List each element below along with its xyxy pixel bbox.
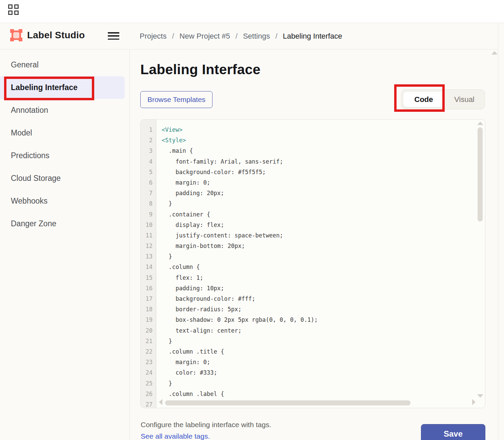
line-number: 15 [141, 273, 156, 283]
code-line: 7 padding: 20px; [141, 188, 485, 198]
brand-icon [10, 29, 22, 41]
line-number: 9 [141, 209, 156, 220]
apps-grid-icon[interactable] [8, 4, 19, 16]
tab-code[interactable]: Code [403, 92, 444, 107]
line-number: 1 [141, 125, 156, 135]
line-text: margin: 0; [156, 357, 210, 368]
editor-scroll-right-icon[interactable] [472, 399, 476, 405]
code-line: 11 justify-content: space-between; [141, 230, 485, 241]
label-studio-logo[interactable]: Label Studio [10, 29, 85, 41]
page-scroll-up-icon[interactable] [491, 51, 498, 55]
code-line: 18 border-radius: 5px; [141, 304, 485, 315]
code-line: 16 padding: 10px; [141, 283, 485, 294]
line-text: <Style> [156, 135, 186, 146]
breadcrumb-item[interactable]: Projects [140, 32, 166, 41]
line-text: } [156, 336, 172, 347]
line-number: 19 [141, 315, 156, 325]
sidebar-item-annotation[interactable]: Annotation [0, 99, 129, 122]
line-number: 13 [141, 251, 156, 262]
breadcrumb-separator: / [275, 32, 277, 41]
code-line: 14 .column { [141, 262, 485, 272]
code-line: 9 .container { [141, 209, 485, 220]
sidebar-item-cloud-storage[interactable]: Cloud Storage [0, 167, 129, 190]
page-edge-divider [498, 23, 498, 440]
page-title: Labeling Interface [140, 62, 260, 78]
line-number: 20 [141, 326, 156, 336]
code-line: 3 .main { [141, 146, 485, 156]
sidebar-item-webhooks[interactable]: Webhooks [0, 190, 129, 212]
code-line: 21 } [141, 336, 485, 347]
line-number: 24 [141, 368, 156, 378]
line-number: 23 [141, 357, 156, 368]
sidebar-item-predictions[interactable]: Predictions [0, 144, 129, 167]
line-number: 3 [141, 146, 156, 156]
breadcrumb-item[interactable]: New Project #5 [180, 32, 230, 41]
see-all-tags-link[interactable]: See all available tags. [141, 432, 210, 440]
code-line: 20 text-align: center; [141, 326, 485, 336]
line-number: 4 [141, 156, 156, 167]
editor-horizontal-scrollbar[interactable] [165, 400, 410, 405]
breadcrumb-item[interactable]: Settings [243, 32, 270, 41]
line-text: border-radius: 5px; [156, 304, 241, 315]
editor-scroll-left-icon[interactable] [159, 399, 162, 405]
breadcrumb-separator: / [172, 32, 174, 41]
line-text: } [156, 378, 172, 389]
line-text: justify-content: space-between; [156, 230, 283, 241]
editor-scroll-up-icon[interactable] [477, 122, 483, 125]
line-text: font-family: Arial, sans-serif; [156, 156, 283, 167]
line-number: 25 [141, 378, 156, 389]
line-number: 26 [141, 389, 156, 399]
code-line: 8 } [141, 198, 485, 209]
code-line: 5 background-color: #f5f5f5; [141, 167, 485, 177]
top-strip [0, 0, 504, 23]
line-number: 21 [141, 336, 156, 347]
line-text: background-color: #fff; [156, 294, 255, 304]
grid-cell [14, 11, 19, 15]
breadcrumb: Projects/New Project #5/Settings/Labelin… [140, 23, 342, 49]
code-content[interactable]: 1<View>2<Style>3 .main {4 font-family: A… [141, 120, 485, 408]
line-text: margin: 0; [156, 177, 210, 188]
code-line: 22 .column .title { [141, 347, 485, 357]
hamburger-menu-icon[interactable] [108, 32, 119, 40]
settings-sidebar: GeneralLabeling InterfaceAnnotationModel… [0, 49, 130, 440]
line-number: 14 [141, 262, 156, 272]
line-text: text-align: center; [156, 326, 241, 336]
app-header: Label Studio Projects/New Project #5/Set… [0, 23, 498, 49]
grid-cell [14, 4, 19, 9]
code-line: 12 margin-bottom: 20px; [141, 241, 485, 251]
line-text: } [156, 198, 172, 209]
grid-cell [8, 11, 13, 15]
line-number: 10 [141, 220, 156, 230]
sidebar-item-general[interactable]: General [0, 54, 129, 76]
line-number: 11 [141, 230, 156, 241]
editor-scroll-down-icon[interactable] [477, 394, 483, 398]
line-text: margin-bottom: 20px; [156, 241, 245, 251]
code-line: 17 background-color: #fff; [141, 294, 485, 304]
code-line: 6 margin: 0; [141, 177, 485, 188]
line-text: display: flex; [156, 220, 224, 230]
sidebar-item-model[interactable]: Model [0, 122, 129, 144]
line-text: color: #333; [156, 368, 217, 378]
code-line: 13 } [141, 251, 485, 262]
editor-vertical-scrollbar[interactable] [478, 127, 483, 222]
line-number: 6 [141, 177, 156, 188]
browse-templates-button[interactable]: Browse Templates [140, 91, 213, 108]
line-number: 8 [141, 198, 156, 209]
line-number: 22 [141, 347, 156, 357]
tab-visual[interactable]: Visual [444, 90, 485, 109]
line-number: 27 [141, 399, 156, 408]
brand-name: Label Studio [27, 30, 85, 41]
line-text: } [156, 251, 172, 262]
code-line: 15 flex: 1; [141, 273, 485, 283]
code-visual-toggle: Code Visual [401, 89, 485, 109]
save-button[interactable]: Save [421, 424, 485, 440]
main-content: Labeling Interface Browse Templates Code… [130, 49, 498, 440]
line-text: padding: 10px; [156, 283, 224, 294]
sidebar-item-danger-zone[interactable]: Danger Zone [0, 212, 129, 235]
line-text: .column .label { [156, 389, 224, 399]
labeling-config-code-editor[interactable]: 1<View>2<Style>3 .main {4 font-family: A… [140, 119, 485, 408]
code-line: 10 display: flex; [141, 220, 485, 230]
sidebar-item-labeling-interface[interactable]: Labeling Interface [0, 76, 125, 99]
line-number: 17 [141, 294, 156, 304]
line-text: box-shadow: 0 2px 5px rgba(0, 0, 0, 0.1)… [156, 315, 318, 325]
